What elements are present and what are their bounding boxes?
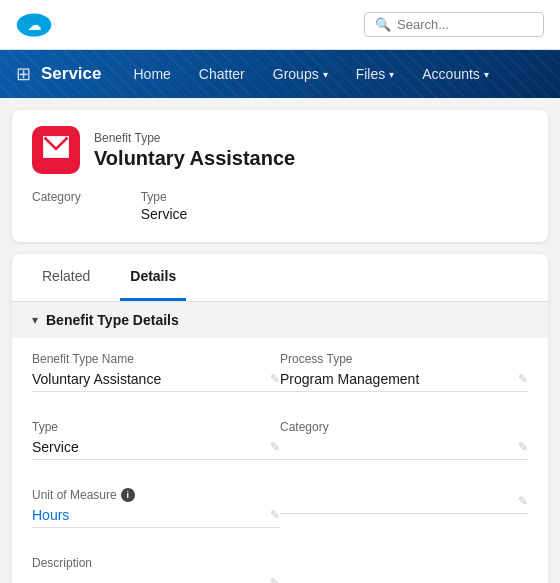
section-title: Benefit Type Details — [46, 312, 179, 328]
record-icon — [43, 136, 69, 164]
search-input[interactable] — [397, 17, 517, 32]
search-icon: 🔍 — [375, 17, 391, 32]
edit-icon-process-type[interactable]: ✎ — [518, 372, 528, 386]
nav-label-home: Home — [134, 66, 171, 82]
record-field-category-label: Category — [32, 190, 81, 204]
edit-icon-description[interactable]: ✎ — [270, 576, 280, 584]
tabs-row: Related Details — [12, 254, 548, 302]
field-unit-of-measure-value: Hours ✎ — [32, 506, 280, 528]
field-process-type-value: Program Management ✎ — [280, 370, 528, 392]
tab-details[interactable]: Details — [120, 254, 186, 301]
edit-icon-type[interactable]: ✎ — [270, 440, 280, 454]
chevron-down-icon-files: ▾ — [389, 69, 394, 80]
field-description-value: ✎ — [32, 574, 280, 583]
grid-icon[interactable]: ⊞ — [16, 63, 31, 85]
field-category-label: Category — [280, 420, 528, 434]
record-field-type-label: Type — [141, 190, 188, 204]
field-type: Type Service ✎ — [32, 406, 280, 474]
field-category-value: ✎ — [280, 438, 528, 460]
record-fields: Category Type Service — [32, 190, 528, 222]
nav-label-chatter: Chatter — [199, 66, 245, 82]
record-field-category: Category — [32, 190, 81, 222]
field-description-label: Description — [32, 556, 280, 570]
svg-text:☁: ☁ — [28, 17, 41, 32]
record-title-group: Benefit Type Voluntary Assistance — [94, 131, 295, 170]
field-benefit-type-name: Benefit Type Name Voluntary Assistance ✎ — [32, 338, 280, 406]
record-field-type-value: Service — [141, 206, 188, 222]
nav-item-groups[interactable]: Groups ▾ — [261, 50, 340, 98]
section-chevron-icon: ▾ — [32, 313, 38, 327]
field-unit-of-measure-label: Unit of Measure i — [32, 488, 280, 502]
nav-item-files[interactable]: Files ▾ — [344, 50, 407, 98]
field-process-type-label: Process Type — [280, 352, 528, 366]
field-unit-of-measure: Unit of Measure i Hours ✎ — [32, 474, 280, 542]
field-empty-right-value: ✎ — [280, 492, 528, 514]
record-header-top: Benefit Type Voluntary Assistance — [32, 126, 528, 174]
field-empty-right: ✎ — [280, 474, 528, 542]
record-icon-box — [32, 126, 80, 174]
field-benefit-type-name-label: Benefit Type Name — [32, 352, 280, 366]
field-type-label: Type — [32, 420, 280, 434]
info-icon-unit-of-measure[interactable]: i — [121, 488, 135, 502]
nav-label-files: Files — [356, 66, 386, 82]
field-description: Description ✎ — [32, 542, 280, 583]
chevron-down-icon-groups: ▾ — [323, 69, 328, 80]
record-title: Voluntary Assistance — [94, 147, 295, 170]
search-box[interactable]: 🔍 — [364, 12, 544, 37]
record-field-type: Type Service — [141, 190, 188, 222]
edit-icon-empty-right[interactable]: ✎ — [518, 494, 528, 508]
edit-icon-benefit-type-name[interactable]: ✎ — [270, 372, 280, 386]
field-category: Category ✎ — [280, 406, 528, 474]
nav-item-home[interactable]: Home — [122, 50, 183, 98]
nav-label-accounts: Accounts — [422, 66, 480, 82]
chevron-down-icon-accounts: ▾ — [484, 69, 489, 80]
edit-icon-category[interactable]: ✎ — [518, 440, 528, 454]
fields-grid: Benefit Type Name Voluntary Assistance ✎… — [12, 338, 548, 583]
field-benefit-type-name-value: Voluntary Assistance ✎ — [32, 370, 280, 392]
top-bar: ☁ 🔍 — [0, 0, 560, 50]
tab-related[interactable]: Related — [32, 254, 100, 301]
record-type-label: Benefit Type — [94, 131, 295, 145]
field-type-value: Service ✎ — [32, 438, 280, 460]
app-name: Service — [41, 64, 102, 84]
salesforce-logo: ☁ — [16, 7, 52, 43]
record-header: Benefit Type Voluntary Assistance Catego… — [12, 110, 548, 242]
nav-item-accounts[interactable]: Accounts ▾ — [410, 50, 501, 98]
field-process-type: Process Type Program Management ✎ — [280, 338, 528, 406]
nav-item-chatter[interactable]: Chatter — [187, 50, 257, 98]
nav-label-groups: Groups — [273, 66, 319, 82]
section-header: ▾ Benefit Type Details — [12, 302, 548, 338]
nav-bar: ⊞ Service Home Chatter Groups ▾ Files ▾ … — [0, 50, 560, 98]
edit-icon-unit-of-measure[interactable]: ✎ — [270, 508, 280, 522]
detail-card: Related Details ▾ Benefit Type Details B… — [12, 254, 548, 583]
